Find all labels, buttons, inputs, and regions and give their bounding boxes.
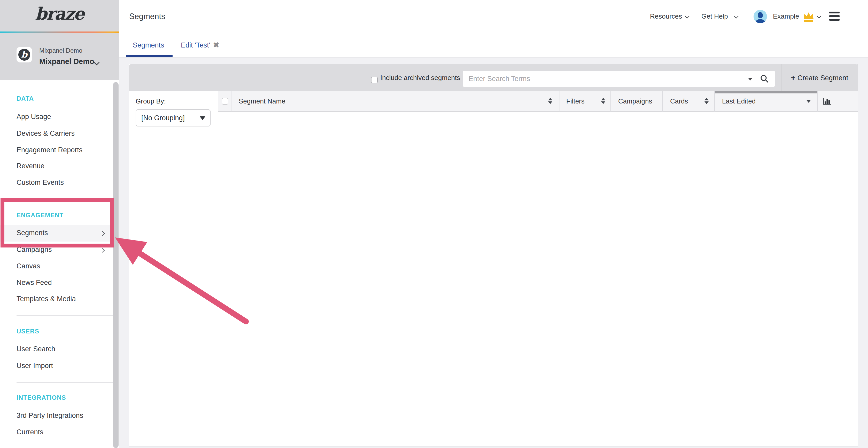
section-header-integrations: INTEGRATIONS [17,394,66,401]
workspace-switcher[interactable]: Mixpanel Demo [39,57,94,66]
sidebar-item-templates-media[interactable]: Templates & Media [17,295,76,303]
column-label: Cards [670,91,688,111]
avatar-person-icon [755,19,765,23]
column-segment-name[interactable]: Segment Name [231,91,560,112]
tab-edit-test[interactable]: Edit 'Test' [181,33,210,57]
bar-chart-icon [823,97,832,106]
workspace-company-label: Mixpanel Demo [39,47,83,54]
segments-panel: Include archived segments +Create Segmen… [129,64,858,446]
brand-gradient-divider [0,32,119,33]
workspace-avatar-letter: b [18,49,30,61]
sidebar-scrollbar[interactable] [113,82,119,448]
active-tab-underline [126,55,173,57]
column-label: Filters [566,91,585,111]
chevron-down-icon [734,14,739,19]
sidebar-item-segments-label[interactable]: Segments [17,229,48,237]
segments-table-header: Segment Name Filters Campaigns Cards Las… [218,91,858,112]
select-caret-icon [200,116,206,120]
column-label: Campaigns [618,91,652,111]
section-header-data: DATA [17,95,34,102]
sort-desc-icon[interactable] [806,100,811,103]
braze-logo: braze [0,4,119,24]
user-avatar[interactable] [753,10,767,23]
sort-icon[interactable] [705,98,709,104]
hamburger-menu-icon[interactable] [829,12,840,22]
create-segment-label: Create Segment [798,74,848,82]
column-spacer [836,91,858,112]
sidebar-item-news-feed[interactable]: News Feed [17,279,52,287]
page-title: Segments [129,0,165,33]
column-analytics[interactable] [818,91,836,112]
sidebar-item-canvas[interactable]: Canvas [17,262,40,270]
group-by-selected-value: [No Grouping] [141,110,185,126]
chevron-down-icon [685,14,689,19]
workspace-avatar[interactable]: b [17,47,32,63]
chevron-right-icon [100,248,104,252]
braze-dashboard: { "brand": { "logo_text": "braze", "work… [0,0,868,448]
segments-table-body [218,112,858,446]
avatar-person-icon [758,12,763,18]
column-last-edited[interactable]: Last Edited [715,91,818,112]
chevron-down-icon [817,14,821,19]
select-all-column [218,91,231,112]
select-all-checkbox[interactable] [222,98,228,105]
group-by-select[interactable]: [No Grouping] [135,109,211,127]
crown-icon [803,11,814,22]
sidebar: braze b Mixpanel Demo Mixpanel Demo DATA… [0,0,119,448]
group-by-label: Group By: [135,97,166,105]
sidebar-item-3rd-party-integrations[interactable]: 3rd Party Integrations [17,412,83,420]
column-label: Segment Name [239,91,285,111]
column-label: Last Edited [722,91,755,111]
sort-icon[interactable] [548,98,552,104]
section-header-engagement: ENGAGEMENT [17,212,64,219]
segments-toolbar: Include archived segments +Create Segmen… [129,64,858,91]
search-dropdown-caret-icon[interactable] [748,78,752,80]
create-segment-button[interactable]: +Create Segment [781,64,858,91]
include-archived-label: Include archived segments [380,64,460,91]
sidebar-item-revenue[interactable]: Revenue [17,162,44,170]
column-campaigns[interactable]: Campaigns [611,91,663,112]
column-filters[interactable]: Filters [560,91,611,112]
plus-icon: + [791,73,796,82]
include-archived-checkbox[interactable] [371,77,378,83]
sidebar-item-devices-carriers[interactable]: Devices & Carriers [17,130,75,138]
sidebar-item-campaigns[interactable]: Campaigns [17,246,52,254]
resources-menu[interactable]: Resources [650,0,682,33]
sidebar-item-currents[interactable]: Currents [17,428,43,436]
group-by-panel: Group By: [No Grouping] [129,91,218,446]
search-input[interactable] [469,71,740,87]
close-tab-icon[interactable]: ✖ [213,33,219,57]
user-name-label[interactable]: Example [773,0,799,33]
tab-segments[interactable]: Segments [133,33,164,57]
column-cards[interactable]: Cards [663,91,715,112]
section-header-users: USERS [17,328,39,335]
topbar: Segments Resources Get Help Example [119,0,868,33]
search-icon[interactable] [760,74,769,83]
sort-icon[interactable] [601,98,605,104]
chevron-down-icon [94,60,100,66]
sidebar-item-user-search[interactable]: User Search [17,345,55,353]
sidebar-item-user-import[interactable]: User Import [17,362,53,370]
sidebar-header: braze b Mixpanel Demo Mixpanel Demo [0,0,119,80]
get-help-menu[interactable]: Get Help [702,0,728,33]
divider [17,382,113,383]
divider [17,315,113,316]
sidebar-item-app-usage[interactable]: App Usage [17,113,51,121]
sidebar-item-custom-events[interactable]: Custom Events [17,179,64,186]
search-box [463,71,775,87]
tabbar: Segments Edit 'Test' ✖ [119,33,868,58]
sidebar-item-engagement-reports[interactable]: Engagement Reports [17,146,83,154]
